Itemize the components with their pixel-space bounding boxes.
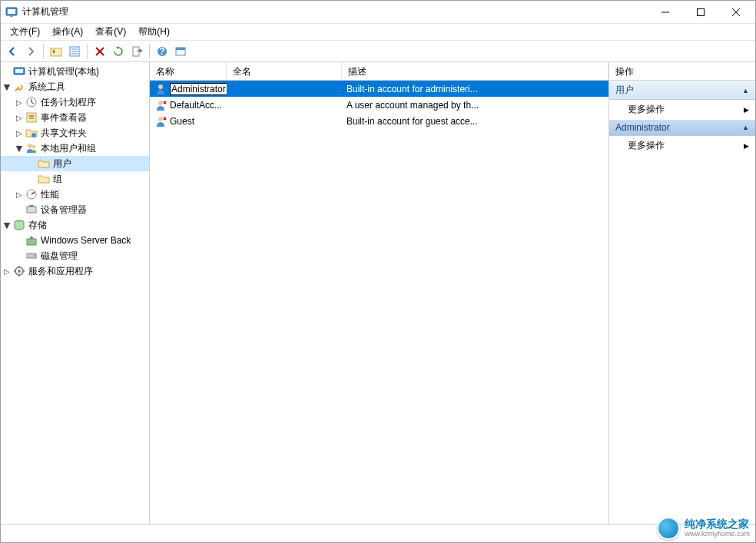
tree-label: 任务计划程序 [41, 96, 96, 109]
tree-performance[interactable]: ▷ 性能 [1, 187, 149, 202]
expander-closed-icon[interactable]: ▷ [13, 127, 25, 139]
properties-button[interactable] [66, 43, 83, 60]
tree-label: 计算机管理(本地) [28, 65, 99, 78]
tree-system-tools[interactable]: ⯆ 系统工具 [1, 79, 149, 94]
export-button[interactable] [128, 43, 145, 60]
delete-button[interactable] [91, 43, 108, 60]
horizontal-scrollbar[interactable] [1, 511, 149, 524]
tree-label: 本地用户和组 [41, 142, 96, 155]
toolbar-separator [43, 44, 44, 59]
tree-event-viewer[interactable]: ▷ 事件查看器 [1, 110, 149, 125]
tree-label: 组 [53, 173, 62, 186]
expander-closed-icon[interactable]: ▷ [1, 265, 13, 277]
action-more-actions[interactable]: 更多操作 ▶ [609, 136, 755, 155]
expander-closed-icon[interactable]: ▷ [13, 188, 25, 200]
tree-storage[interactable]: ⯆ 存储 [1, 217, 149, 233]
cell-name: Guest [150, 115, 227, 127]
tree-label: 共享文件夹 [41, 127, 87, 140]
chevron-up-icon: ▲ [742, 87, 749, 94]
cell-name: Administrator [150, 83, 227, 95]
tree-panel: 计算机管理(本地) ⯆ 系统工具 ▷ 任务计划程序 ▷ 事件查看器 ▷ 共享文件… [1, 62, 150, 524]
device-icon [25, 204, 38, 216]
expander-open-icon[interactable]: ⯆ [1, 219, 13, 231]
user-icon [154, 99, 167, 111]
performance-icon [25, 188, 38, 200]
help-button[interactable]: ? [154, 43, 171, 60]
up-button[interactable] [48, 43, 65, 60]
watermark-logo-icon [657, 517, 680, 540]
expander-closed-icon[interactable]: ▷ [13, 111, 25, 124]
user-name: Guest [170, 116, 194, 127]
menu-view[interactable]: 查看(V) [89, 24, 132, 40]
list-row[interactable]: Administrator Built-in account for admin… [150, 81, 608, 97]
svg-rect-2 [10, 15, 13, 17]
expander-open-icon[interactable]: ⯆ [1, 81, 13, 93]
chevron-right-icon: ▶ [744, 142, 749, 150]
tree-groups[interactable]: 组 [1, 171, 149, 187]
svg-point-39 [158, 117, 163, 121]
svg-rect-1 [8, 9, 15, 14]
list-row[interactable]: DefaultAcc... A user account managed by … [150, 97, 608, 113]
svg-rect-32 [27, 239, 36, 245]
action-group-administrator[interactable]: Administrator ▲ [609, 119, 755, 136]
tree-disk-management[interactable]: 磁盘管理 [1, 248, 149, 263]
tree-windows-server-backup[interactable]: Windows Server Back [1, 233, 149, 248]
maximize-button[interactable] [683, 1, 718, 24]
action-group-users[interactable]: 用户 ▲ [609, 81, 755, 100]
tree-task-scheduler[interactable]: ▷ 任务计划程序 [1, 94, 149, 110]
tree-device-manager[interactable]: 设备管理器 [1, 202, 149, 217]
user-icon [154, 83, 167, 95]
expander-closed-icon[interactable]: ▷ [13, 96, 25, 108]
column-description[interactable]: 描述 [342, 62, 608, 80]
close-button[interactable] [718, 1, 754, 24]
svg-rect-22 [27, 113, 36, 122]
tree-shared-folders[interactable]: ▷ 共享文件夹 [1, 125, 149, 141]
minimize-button[interactable] [648, 1, 683, 24]
watermark-text-zh: 纯净系统之家 [685, 518, 750, 530]
refresh-button[interactable] [110, 43, 127, 60]
menu-bar: 文件(F) 操作(A) 查看(V) 帮助(H) [1, 24, 755, 41]
back-button[interactable] [4, 43, 21, 60]
action-label: 更多操作 [628, 103, 665, 116]
tree-label: 事件查看器 [41, 111, 87, 124]
action-more-actions[interactable]: 更多操作 ▶ [609, 100, 755, 119]
event-icon [25, 111, 38, 124]
list-row[interactable]: Guest Built-in account for guest acce... [150, 113, 608, 129]
tree-users[interactable]: 用户 [1, 156, 149, 171]
svg-rect-18 [176, 48, 185, 50]
list-body: Administrator Built-in account for admin… [150, 81, 608, 524]
backup-icon [25, 234, 38, 247]
column-fullname[interactable]: 全名 [227, 62, 342, 80]
svg-rect-30 [29, 205, 34, 207]
users-icon [25, 142, 38, 154]
computer-icon [13, 65, 25, 78]
column-name[interactable]: 名称 [150, 62, 227, 80]
tree-label: 存储 [28, 219, 47, 232]
user-name: DefaultAcc... [170, 100, 222, 111]
cell-description: A user account managed by th... [342, 100, 608, 111]
tree-local-users-groups[interactable]: ⯆ 本地用户和组 [1, 141, 149, 156]
svg-point-38 [158, 101, 163, 105]
user-name-editable[interactable]: Administrator [170, 83, 227, 95]
svg-rect-7 [51, 48, 61, 56]
actions-panel: 操作 用户 ▲ 更多操作 ▶ Administrator ▲ 更多操作 ▶ [609, 62, 755, 524]
toolbar-separator [87, 44, 88, 59]
svg-point-26 [28, 144, 32, 148]
expander-open-icon[interactable]: ⯆ [13, 142, 25, 154]
show-hide-button[interactable] [172, 43, 189, 60]
tree-root[interactable]: 计算机管理(本地) [1, 64, 149, 79]
tree-label: 磁盘管理 [41, 250, 78, 263]
content-area: 计算机管理(本地) ⯆ 系统工具 ▷ 任务计划程序 ▷ 事件查看器 ▷ 共享文件… [1, 62, 755, 524]
forward-button[interactable] [22, 43, 39, 60]
watermark: 纯净系统之家 www.kzmyhome.com [657, 517, 750, 540]
chevron-up-icon: ▲ [742, 124, 749, 131]
menu-action[interactable]: 操作(A) [46, 24, 89, 40]
tree-services-apps[interactable]: ▷ 服务和应用程序 [1, 263, 149, 279]
list-panel: 名称 全名 描述 Administrator Built-in account … [150, 62, 609, 524]
tree-label: 用户 [53, 157, 71, 171]
tools-icon [13, 81, 25, 93]
watermark-text-en: www.kzmyhome.com [685, 531, 750, 538]
list-header: 名称 全名 描述 [150, 62, 608, 81]
menu-file[interactable]: 文件(F) [4, 24, 46, 40]
menu-help[interactable]: 帮助(H) [132, 24, 176, 40]
